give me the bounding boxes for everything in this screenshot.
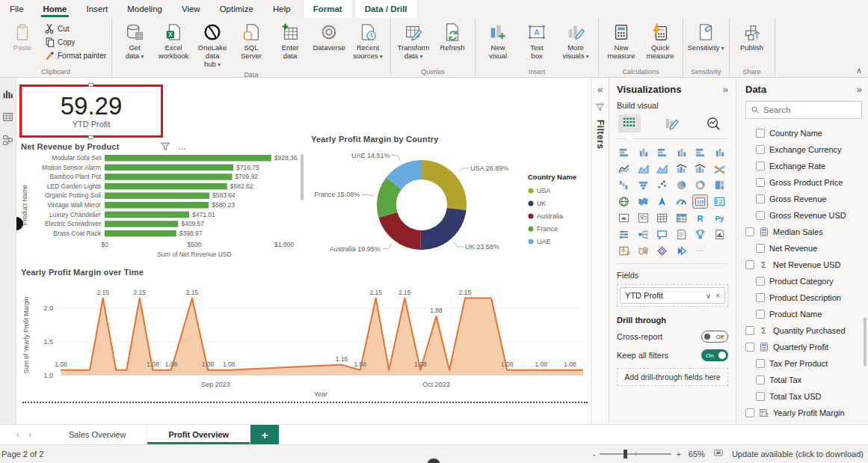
quick-measure-button[interactable]: Quick measure <box>641 21 680 61</box>
field-item-net-revenue[interactable]: Net Revenue <box>745 240 862 257</box>
visual-type-mcard-icon[interactable] <box>712 195 727 208</box>
sql-server-button[interactable]: SQL Server <box>232 21 271 61</box>
visual-type-area-icon[interactable] <box>636 162 650 175</box>
collapse-filters-icon[interactable]: « <box>597 84 603 95</box>
field-item-yearly-profit-margin[interactable]: ΣYearly Profit Margin <box>745 405 862 421</box>
visual-type-pie-icon[interactable] <box>674 179 689 191</box>
field-checkbox[interactable] <box>745 227 754 236</box>
field-checkbox[interactable] <box>756 194 765 203</box>
remove-field-icon[interactable]: × <box>715 292 720 300</box>
enter-data-button[interactable]: Enter data <box>271 21 310 61</box>
more-options-icon[interactable]: … <box>178 141 188 152</box>
visual-type-globe-icon[interactable] <box>617 195 631 208</box>
kpi-card-visual[interactable]: 59.29 YTD Profit <box>22 87 161 135</box>
visual-type-barsv-icon[interactable] <box>674 146 689 159</box>
cross-report-toggle[interactable]: Off <box>701 331 728 343</box>
report-view-icon[interactable] <box>2 88 13 99</box>
cut-button[interactable]: Cut <box>42 22 108 34</box>
field-item-quantity-purchased[interactable]: ΣQuantity Purchased <box>745 322 862 339</box>
page-tab-profit-overview[interactable]: Profit Overview <box>147 425 250 444</box>
field-well-ytd-profit[interactable]: YTD Profit ∨ × <box>620 287 725 304</box>
transform-data-button[interactable]: Transform data ▾ <box>394 21 433 62</box>
field-checkbox[interactable] <box>756 375 765 384</box>
visual-type-rtxt-icon[interactable]: R <box>693 212 707 224</box>
zoom-in-button[interactable]: + <box>676 450 680 459</box>
get-data-button[interactable]: Get data ▾ <box>115 21 154 62</box>
ribbon-tab-insert[interactable]: Insert <box>76 0 117 18</box>
field-checkbox[interactable] <box>756 392 765 401</box>
visual-type-barsv-icon[interactable] <box>636 146 650 159</box>
field-item-product-name[interactable]: Product Name <box>745 306 862 322</box>
visual-type-qa-icon[interactable] <box>617 228 631 241</box>
visual-type-powerapps-icon[interactable]: 23 <box>617 245 631 257</box>
visual-type-slicer-icon[interactable] <box>636 212 650 224</box>
field-item-quarterly-profit[interactable]: Quarterly Profit <box>745 339 862 355</box>
field-item-product-description[interactable]: Product Description <box>745 289 862 306</box>
field-item-product-category[interactable]: Product Category <box>745 273 862 289</box>
field-checkbox[interactable] <box>756 244 765 253</box>
report-canvas[interactable]: 59.29 YTD Profit Net Revenue by Product … <box>16 78 591 424</box>
field-item-gross-product-price[interactable]: Gross Product Price <box>745 174 862 191</box>
next-page-icon[interactable]: › <box>28 429 31 440</box>
visual-type-ribbonv-icon[interactable] <box>712 162 727 175</box>
grid-view-icon[interactable] <box>2 111 13 123</box>
visual-type-tablev-icon[interactable] <box>655 212 669 224</box>
visual-type-matrix-icon[interactable] <box>674 212 689 224</box>
visual-type-cardv-icon[interactable]: 123 <box>693 195 707 208</box>
field-checkbox[interactable] <box>756 277 765 286</box>
ribbon-tab-optimize[interactable]: Optimize <box>210 0 263 18</box>
visual-type-barsh-icon[interactable] <box>617 146 631 159</box>
visual-type-waterfall-icon[interactable] <box>617 179 631 191</box>
copy-button[interactable]: Copy <box>42 36 108 48</box>
field-checkbox[interactable] <box>756 145 765 154</box>
visual-type-automate-icon[interactable] <box>655 245 669 257</box>
field-checkbox[interactable] <box>756 359 765 368</box>
visual-type-narrative-icon[interactable] <box>655 228 669 241</box>
ribbon-tab-view[interactable]: View <box>172 0 210 18</box>
visual-type-paginated-icon[interactable] <box>674 228 689 241</box>
zoom-slider[interactable] <box>600 453 671 455</box>
field-checkbox[interactable] <box>756 162 765 171</box>
visual-type-gauge-icon[interactable] <box>674 195 689 208</box>
recent-sources-button[interactable]: Recent sources ▾ <box>348 21 387 62</box>
onelake-data-hub-button[interactable]: OneLake data hub ▾ <box>193 21 232 70</box>
visual-type-scatter-icon[interactable] <box>655 179 669 191</box>
chevron-down-icon[interactable]: ∨ <box>706 292 711 300</box>
page-tab-sales-overview[interactable]: Sales Overview <box>48 425 147 444</box>
new-measure-button[interactable]: New measure <box>602 21 641 61</box>
prev-page-icon[interactable]: ‹ <box>16 429 19 440</box>
field-checkbox[interactable] <box>745 260 754 269</box>
field-item-exchange-rate[interactable]: Exchange Rate <box>745 158 862 174</box>
field-item-total-tax[interactable]: Total Tax <box>745 372 862 388</box>
format-painter-button[interactable]: Format painter <box>42 49 108 61</box>
text-box-button[interactable]: AText box <box>517 21 556 61</box>
field-item-net-revenue-usd[interactable]: ΣNet Revenue USD <box>745 257 862 273</box>
visual-type-line-icon[interactable] <box>617 162 631 175</box>
update-notice[interactable]: Update available (click to download) <box>732 450 864 459</box>
refresh-button[interactable]: Refresh <box>433 21 472 53</box>
area-chart-visual[interactable]: Yearly Profit Margin over Time 1.01.52.0… <box>21 268 589 401</box>
visual-type-arcgis-icon[interactable] <box>636 245 650 257</box>
field-checkbox[interactable] <box>756 129 765 138</box>
selection-handle[interactable] <box>88 83 93 87</box>
field-item-gross-revenue-usd[interactable]: Gross Revenue USD <box>745 207 862 224</box>
field-item-median-sales[interactable]: Median Sales <box>745 224 862 240</box>
visual-type-dots-icon[interactable]: ⋯ <box>693 245 707 257</box>
fit-to-page-icon[interactable] <box>712 450 724 459</box>
search-input[interactable] <box>763 105 853 114</box>
field-item-exchange-currency[interactable]: Exchange Currency <box>745 141 862 158</box>
field-item-tax-per-product[interactable]: Tax Per Product <box>745 355 862 372</box>
ribbon-tab-data-drill[interactable]: Data / Drill <box>355 0 417 18</box>
visual-type-combo-icon[interactable] <box>693 162 707 175</box>
visual-type-donutv-icon[interactable] <box>693 179 707 191</box>
field-checkbox[interactable] <box>745 343 754 352</box>
ribbon-tab-home[interactable]: Home <box>34 0 77 18</box>
donut-chart-visual[interactable]: Yearly Profit Margin by Country USA 26.8… <box>304 132 589 272</box>
analytics-tab[interactable] <box>702 114 724 132</box>
visual-type-mapv-icon[interactable] <box>636 195 650 208</box>
ribbon-collapse-icon[interactable]: ∧ <box>856 66 862 76</box>
more-visuals-button[interactable]: More visuals ▾ <box>556 21 595 62</box>
dataverse-button[interactable]: Dataverse <box>310 21 348 53</box>
visual-type-area-icon[interactable] <box>655 162 669 175</box>
field-checkbox[interactable] <box>756 293 765 302</box>
